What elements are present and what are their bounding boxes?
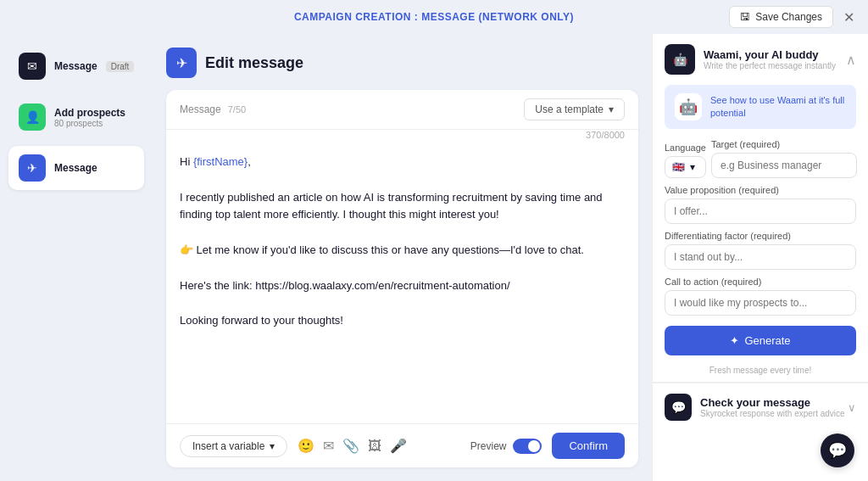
firstname-tag: {firstName} — [193, 155, 248, 168]
campaign-title: CAMPAIGN CREATION : Message (network onl… — [294, 11, 574, 23]
message-footer: Insert a variable ▾ 🙂 ✉ 📎 🖼 🎤 Preview — [166, 423, 638, 467]
attachment-icon[interactable]: 📎 — [342, 438, 359, 454]
edit-icon: ✈ — [166, 48, 197, 78]
waami-section: 🤖 Waami, your AI buddy Write the perfect… — [653, 34, 868, 383]
value-field: Value proposition (required) — [665, 185, 856, 224]
save-changes-label: Save Changes — [755, 11, 822, 23]
value-input[interactable] — [665, 199, 856, 224]
generate-label: Generate — [744, 334, 790, 347]
check-avatar: 💬 — [665, 394, 692, 421]
check-expand-icon: ∨ — [848, 401, 856, 414]
diff-label: Differentiating factor (required) — [665, 231, 856, 241]
waami-banner: 🤖 See how to use Waami at it's full pote… — [665, 85, 856, 129]
confirm-button[interactable]: Confirm — [552, 433, 625, 459]
save-icon: 🖫 — [740, 11, 750, 23]
generate-sub: Fresh message every time! — [665, 366, 856, 375]
chat-icon: 💬 — [828, 441, 847, 460]
language-chevron: ▾ — [690, 161, 695, 173]
preview-toggle-switch[interactable] — [513, 439, 542, 454]
message-paragraph-3: Here's the link: https://blog.waalaxy.co… — [180, 277, 625, 295]
use-template-button[interactable]: Use a template ▾ — [524, 98, 625, 120]
draft-badge: Draft — [106, 61, 135, 72]
image-icon[interactable]: 🖼 — [368, 439, 381, 454]
chevron-down-icon: ▾ — [270, 440, 275, 452]
waami-title: Waami, your AI buddy — [704, 48, 836, 61]
target-input[interactable] — [711, 153, 857, 178]
language-label: Language — [665, 143, 706, 153]
message-paragraph-2: 👉 Let me know if you'd like to discuss t… — [180, 242, 625, 260]
check-title: Check your message — [700, 396, 845, 409]
generate-button[interactable]: ✦ Generate — [665, 326, 856, 355]
save-changes-button[interactable]: 🖫 Save Changes — [729, 6, 833, 28]
campaign-prefix: CAMPAIGN CREATION : — [294, 11, 418, 23]
waami-robot-icon: 🤖 — [675, 93, 702, 120]
waami-avatar: 🤖 — [665, 44, 695, 75]
language-selector[interactable]: 🇬🇧 ▾ — [665, 156, 706, 178]
message-count: 7/50 — [228, 104, 246, 115]
sidebar-item-message-step[interactable]: ✈ Message — [8, 146, 144, 190]
confirm-label: Confirm — [569, 439, 608, 452]
edit-title: Edit message — [205, 54, 303, 72]
close-button[interactable]: ✕ — [840, 6, 858, 29]
sidebar-item-message-label: Message — [54, 60, 97, 72]
chat-bubble[interactable]: 💬 — [821, 433, 854, 467]
insert-variable-label: Insert a variable — [192, 440, 264, 452]
waami-collapse-icon[interactable]: ∧ — [846, 52, 856, 68]
waami-form: Language 🇬🇧 ▾ Target (required) — [653, 139, 868, 382]
sidebar-message-step-icon: ✈ — [19, 154, 46, 182]
waami-header: 🤖 Waami, your AI buddy Write the perfect… — [653, 34, 868, 85]
cta-label: Call to action (required) — [665, 277, 856, 287]
sidebar-prospects-icon: 👤 — [19, 103, 46, 131]
check-subtitle: Skyrocket response with expert advice — [700, 409, 845, 418]
cta-input[interactable] — [665, 290, 856, 316]
top-bar: CAMPAIGN CREATION : Message (network onl… — [0, 0, 868, 34]
message-card: Message 7/50 Use a template ▾ 370/8000 H… — [166, 90, 638, 467]
campaign-step: Message (network only) — [421, 11, 574, 23]
sidebar-item-add-prospects[interactable]: 👤 Add prospects 80 prospects — [8, 95, 144, 139]
language-target-row: Language 🇬🇧 ▾ Target (required) — [665, 139, 856, 178]
target-label: Target (required) — [711, 139, 857, 149]
mic-icon[interactable]: 🎤 — [390, 438, 407, 454]
char-count: 370/8000 — [166, 130, 638, 143]
sidebar-message-icon: ✉ — [19, 53, 46, 80]
check-section[interactable]: 💬 Check your message Skyrocket response … — [653, 383, 868, 431]
main-layout: ✉ Message Draft 👤 Add prospects 80 prosp… — [0, 34, 868, 481]
sidebar-item-message-step-label: Message — [54, 162, 97, 174]
edit-message-header: ✈ Edit message — [166, 48, 638, 78]
waami-subtitle: Write the perfect message instantly — [704, 61, 836, 70]
diff-field: Differentiating factor (required) — [665, 231, 856, 270]
message-toolbar: Message 7/50 Use a template ▾ — [166, 90, 638, 130]
message-paragraph-4: Looking forward to your thoughts! — [180, 312, 625, 330]
main-content: ✈ Edit message Message 7/50 Use a templa… — [153, 34, 652, 481]
diff-input[interactable] — [665, 244, 856, 270]
generate-icon: ✦ — [730, 334, 739, 347]
sidebar: ✉ Message Draft 👤 Add prospects 80 prosp… — [0, 34, 153, 481]
toolbar-icons: 🙂 ✉ 📎 🖼 🎤 — [298, 438, 407, 454]
right-panel: 🤖 Waami, your AI buddy Write the perfect… — [652, 34, 868, 481]
value-label: Value proposition (required) — [665, 185, 856, 195]
use-template-label: Use a template — [535, 103, 604, 115]
close-icon: ✕ — [843, 10, 854, 25]
message-greeting: Hi {firstName}, — [180, 154, 625, 171]
flag-icon: 🇬🇧 — [672, 161, 685, 173]
sidebar-item-message-app[interactable]: ✉ Message Draft — [8, 44, 144, 88]
message-label: Message — [180, 103, 221, 115]
chevron-down-icon: ▾ — [609, 103, 614, 115]
waami-banner-text: See how to use Waami at it's full potent… — [710, 94, 846, 120]
cta-field: Call to action (required) — [665, 277, 856, 316]
sidebar-item-prospects-label: Add prospects — [54, 107, 125, 119]
mail-icon[interactable]: ✉ — [323, 438, 334, 454]
message-body[interactable]: Hi {firstName}, I recently published an … — [166, 143, 638, 423]
message-paragraph-1: I recently published an article on how A… — [180, 189, 625, 225]
preview-toggle: Preview — [470, 439, 542, 454]
sidebar-item-prospects-sub: 80 prospects — [54, 119, 125, 128]
preview-label: Preview — [470, 440, 507, 452]
top-bar-actions: 🖫 Save Changes ✕ — [729, 6, 858, 29]
insert-variable-button[interactable]: Insert a variable ▾ — [180, 435, 287, 457]
emoji-icon[interactable]: 🙂 — [298, 438, 314, 454]
